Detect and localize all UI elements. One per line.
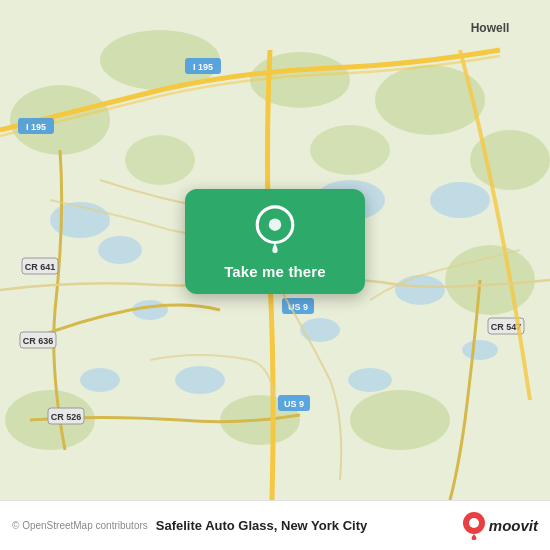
cr526-label: CR 526 xyxy=(51,412,82,422)
bottom-bar: © OpenStreetMap contributors Safelite Au… xyxy=(0,500,550,550)
moovit-logo: moovit xyxy=(463,512,538,540)
popup-card[interactable]: Take me there xyxy=(185,189,365,294)
svg-point-5 xyxy=(395,275,445,305)
svg-point-19 xyxy=(350,390,450,450)
moovit-text: moovit xyxy=(489,517,538,534)
svg-point-33 xyxy=(269,218,281,230)
location-pin-icon xyxy=(251,205,299,253)
svg-point-2 xyxy=(98,236,142,264)
svg-point-12 xyxy=(80,368,120,392)
moovit-pin-icon xyxy=(463,512,485,540)
svg-point-18 xyxy=(445,245,535,315)
cr636-label: CR 636 xyxy=(23,336,54,346)
attribution-text: © OpenStreetMap contributors xyxy=(12,520,148,531)
svg-point-35 xyxy=(469,518,479,528)
svg-point-11 xyxy=(462,340,498,360)
cr641-label: CR 641 xyxy=(25,262,56,272)
place-name: Safelite Auto Glass, New York City xyxy=(156,518,463,533)
howell-label: Howell xyxy=(471,21,510,35)
take-me-there-button[interactable]: Take me there xyxy=(224,263,326,280)
i195-left-label: I 195 xyxy=(26,122,46,132)
us9-bottom-label: US 9 xyxy=(284,399,304,409)
svg-point-9 xyxy=(175,366,225,394)
svg-point-6 xyxy=(430,182,490,218)
svg-point-22 xyxy=(125,135,195,185)
svg-point-10 xyxy=(348,368,392,392)
svg-point-7 xyxy=(300,318,340,342)
map-container: I 195 I 195 Howell CR 641 CR 636 CR 526 … xyxy=(0,0,550,500)
i195-top-label: I 195 xyxy=(193,62,213,72)
svg-point-23 xyxy=(310,125,390,175)
